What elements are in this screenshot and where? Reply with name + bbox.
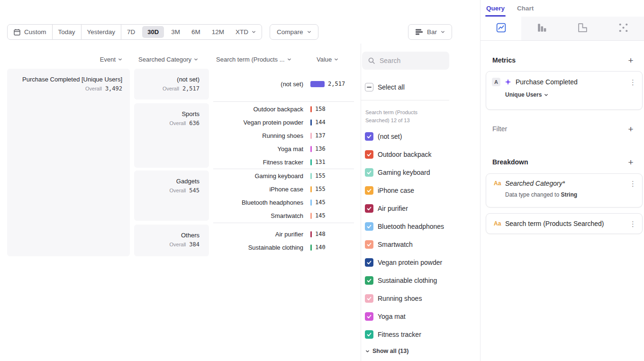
column-header-label: Value: [317, 56, 332, 63]
legend-item[interactable]: Fitness tracker: [365, 330, 479, 339]
select-all-label: Select all: [378, 83, 405, 91]
category-overall: Overall545: [169, 187, 200, 194]
legend-item[interactable]: Air purifier: [365, 204, 479, 213]
category-name: Sports: [181, 110, 200, 117]
show-all-toggle[interactable]: Show all (13): [365, 348, 408, 354]
series-checkbox[interactable]: [365, 276, 373, 285]
overall-value: 3,492: [105, 85, 122, 92]
legend-item-label: Gaming keyboard: [378, 169, 430, 176]
column-header-event[interactable]: Event: [7, 55, 122, 63]
series-checkbox[interactable]: [365, 294, 373, 303]
series-checkbox[interactable]: [365, 330, 373, 339]
column-header-search-term[interactable]: Search term (Products ...: [216, 55, 291, 63]
indeterminate-dash: [367, 87, 372, 88]
category-cell[interactable]: OthersOverall384: [134, 225, 209, 256]
legend-item[interactable]: (not set): [365, 132, 479, 141]
legend-item[interactable]: Yoga mat: [365, 312, 479, 321]
category-cell[interactable]: GadgetsOverall545: [134, 171, 209, 221]
value-bar: [310, 173, 312, 179]
term-row[interactable]: Yoga mat136: [213, 142, 354, 155]
legend-item[interactable]: Smartwatch: [365, 240, 479, 249]
event-cell[interactable]: Purchase Completed [Unique Users] Overal…: [7, 69, 130, 256]
breakdown-menu-button[interactable]: ⋮: [629, 180, 636, 187]
series-checkbox[interactable]: [365, 168, 373, 177]
legend-item[interactable]: Gaming keyboard: [365, 168, 479, 177]
term-value: 136: [315, 145, 326, 152]
category-overall: Overall384: [169, 241, 200, 248]
term-row[interactable]: Air purifier148: [213, 227, 354, 241]
category-name: (not set): [177, 76, 200, 83]
tab-funnels[interactable]: [521, 17, 562, 40]
legend-item-label: Vegan protein powder: [378, 259, 442, 266]
search-input[interactable]: [380, 57, 441, 64]
breakdown-note: Data type changed to String: [486, 187, 642, 198]
add-metric-button[interactable]: +: [626, 56, 635, 65]
legend-search-box[interactable]: [362, 52, 449, 70]
legend-item[interactable]: Running shoes: [365, 294, 479, 303]
category-cell[interactable]: (not set)Overall2,517: [134, 69, 209, 99]
term-value: 155: [315, 186, 326, 192]
term-value: 148: [315, 231, 326, 237]
chevron-down-icon: [365, 349, 370, 353]
legend-item[interactable]: Sustainable clothing: [365, 276, 479, 285]
string-property-icon: Aa: [494, 220, 501, 227]
term-row[interactable]: Sustainable clothing140: [213, 241, 354, 254]
legend-item[interactable]: Vegan protein powder: [365, 258, 479, 267]
series-checkbox[interactable]: [365, 312, 373, 321]
series-checkbox[interactable]: [365, 150, 373, 159]
legend-item-label: Fitness tracker: [378, 331, 421, 338]
breakdown-card-searched-category[interactable]: Aa Searched Category* ⋮ Data type change…: [486, 173, 643, 208]
metric-menu-button[interactable]: ⋮: [629, 79, 636, 86]
metric-card[interactable]: A Purchase Completed ⋮ Unique Users: [486, 71, 643, 110]
event-sparkle-icon: [504, 78, 512, 86]
series-checkbox[interactable]: [365, 132, 373, 141]
series-checkbox[interactable]: [365, 240, 373, 249]
legend-item-label: iPhone case: [378, 187, 414, 194]
breakdown-card-search-term[interactable]: Aa Search term (Products Searched) ⋮: [486, 213, 643, 234]
select-all-checkbox[interactable]: [365, 83, 373, 91]
term-row[interactable]: Bluetooth headphones145: [213, 196, 354, 209]
term-row[interactable]: (not set)2,517: [213, 77, 354, 90]
measurement-selector[interactable]: Unique Users: [486, 86, 642, 98]
series-checkbox[interactable]: [365, 186, 373, 195]
term-row[interactable]: iPhone case155: [213, 182, 354, 196]
term-row[interactable]: Vegan protein powder144: [213, 116, 354, 129]
group-separator: [213, 101, 354, 102]
legend-item[interactable]: iPhone case: [365, 186, 479, 195]
legend-item-label: Outdoor backpack: [378, 151, 432, 158]
term-row[interactable]: Smartwatch145: [213, 209, 354, 222]
tab-chart[interactable]: Chart: [517, 0, 534, 17]
legend-item[interactable]: Bluetooth headphones: [365, 222, 479, 231]
term-row[interactable]: Fitness tracker131: [213, 155, 354, 169]
metric-row: A Purchase Completed ⋮: [486, 72, 642, 86]
add-filter-button[interactable]: +: [626, 125, 635, 134]
tab-query[interactable]: Query: [486, 0, 505, 17]
select-all-row[interactable]: Select all: [365, 83, 405, 91]
series-checkbox[interactable]: [365, 204, 373, 213]
term-label: Sustainable clothing: [213, 244, 303, 251]
breakdown-menu-button[interactable]: ⋮: [629, 220, 636, 227]
tab-flows[interactable]: [603, 17, 644, 40]
term-label: Outdoor backpack: [213, 106, 303, 113]
show-all-label: Show all (13): [372, 348, 408, 354]
column-header-value[interactable]: Value: [317, 55, 338, 63]
value-bar: [310, 199, 312, 206]
series-checkbox[interactable]: [365, 222, 373, 231]
column-header-searched-category[interactable]: Searched Category: [138, 55, 198, 63]
add-breakdown-button[interactable]: +: [626, 158, 635, 167]
retention-icon: [577, 22, 589, 36]
tab-insights[interactable]: [481, 17, 521, 40]
value-bar: [310, 146, 312, 152]
term-value: 2,517: [328, 81, 345, 87]
category-name: Others: [181, 232, 200, 239]
series-checkbox[interactable]: [365, 258, 373, 267]
term-row[interactable]: Gaming keyboard155: [213, 169, 354, 182]
legend-item-label: Running shoes: [378, 295, 422, 302]
category-cell[interactable]: SportsOverall636: [134, 103, 209, 168]
legend-item[interactable]: Outdoor backpack: [365, 150, 479, 159]
value-bar: [310, 133, 312, 139]
tab-retention[interactable]: [562, 17, 603, 40]
term-row[interactable]: Running shoes137: [213, 129, 354, 142]
term-row[interactable]: Outdoor backpack158: [213, 102, 354, 116]
chevron-down-icon: [334, 57, 338, 62]
